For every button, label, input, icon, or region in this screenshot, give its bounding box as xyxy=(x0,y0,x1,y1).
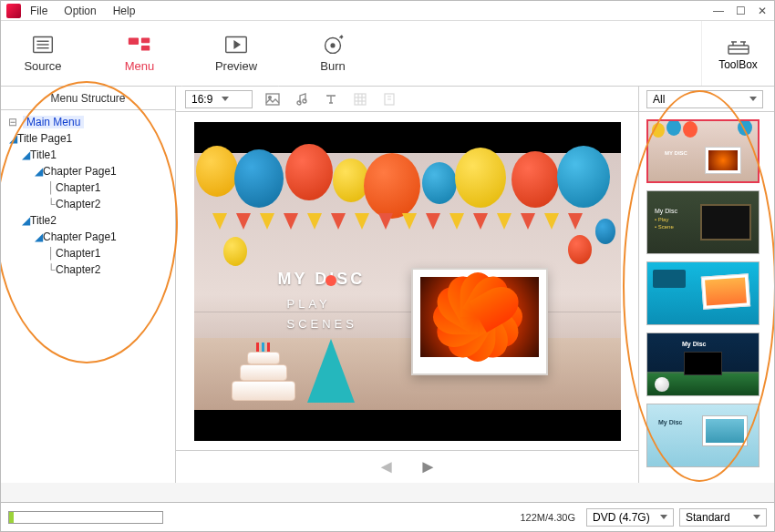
tree-title1[interactable]: Title1 xyxy=(30,148,57,161)
tree-chapter1-b[interactable]: Chapter1 xyxy=(56,247,100,260)
aspect-ratio-value: 16:9 xyxy=(191,93,212,106)
minimize-button[interactable]: — xyxy=(712,5,725,17)
maximize-button[interactable]: ☐ xyxy=(734,5,747,17)
next-page-button[interactable]: ► xyxy=(419,456,438,477)
tree-title2[interactable]: Title2 xyxy=(30,214,57,227)
toolbox-label: ToolBox xyxy=(718,58,758,71)
step-source-label: Source xyxy=(24,59,61,73)
tree-chapter-page1-a[interactable]: Chapter Page1 xyxy=(43,165,117,178)
party-hat-decoration xyxy=(307,339,355,403)
template-thumb-2[interactable]: My Disc• Play• Scene xyxy=(646,190,760,254)
disc-type-value: DVD (4.7G) xyxy=(593,511,650,524)
quality-select[interactable]: Standard xyxy=(679,508,767,527)
disc-usage-bar xyxy=(8,511,163,524)
template-thumb-5[interactable]: My Disc xyxy=(646,404,760,467)
music-icon[interactable] xyxy=(293,90,311,108)
template-thumb-4[interactable]: My Disc xyxy=(646,332,760,396)
svg-marker-8 xyxy=(234,41,240,48)
disc-usage-text: 122M/4.30G xyxy=(520,512,581,523)
tree-chapter-page1-b[interactable]: Chapter Page1 xyxy=(43,230,117,243)
burn-icon xyxy=(319,34,346,56)
toolbox-button[interactable]: ToolBox xyxy=(701,21,774,86)
svg-point-16 xyxy=(303,99,306,103)
close-button[interactable]: ✕ xyxy=(756,5,769,17)
step-burn-label: Burn xyxy=(320,59,345,73)
template-thumb-1[interactable]: MY DISC xyxy=(646,119,760,183)
menu-structure-header: Menu Structure xyxy=(1,87,175,110)
disc-type-select[interactable]: DVD (4.7G) xyxy=(586,508,674,527)
prev-page-button[interactable]: ◄ xyxy=(377,456,396,477)
svg-rect-17 xyxy=(355,94,366,105)
preview-icon xyxy=(222,34,250,56)
step-burn[interactable]: Burn xyxy=(291,21,375,86)
grid-icon[interactable] xyxy=(351,90,369,108)
step-preview-label: Preview xyxy=(215,59,257,73)
cake-decoration xyxy=(231,344,296,401)
svg-rect-4 xyxy=(129,38,139,46)
template-filter-select[interactable]: All xyxy=(646,90,763,108)
svg-rect-13 xyxy=(266,94,279,105)
svg-rect-6 xyxy=(141,46,150,51)
tree-title-page1[interactable]: Title Page1 xyxy=(17,132,72,145)
tree-chapter2-a[interactable]: Chapter2 xyxy=(56,198,100,210)
menu-item-scenes[interactable]: SCENES xyxy=(287,317,357,331)
step-source[interactable]: Source xyxy=(1,21,85,86)
template-filter-value: All xyxy=(653,93,665,106)
tree-chapter2-b[interactable]: Chapter2 xyxy=(56,263,100,276)
quality-value: Standard xyxy=(686,511,730,524)
text-icon[interactable] xyxy=(322,90,340,108)
svg-point-15 xyxy=(297,101,301,105)
tree-chapter1-a[interactable]: Chapter1 xyxy=(56,181,100,194)
step-menu-label: Menu xyxy=(125,59,155,73)
menu-structure-tree[interactable]: ⊟Main Menu ◢Title Page1 ◢Title1 ◢Chapter… xyxy=(1,110,175,281)
template-thumb-3[interactable] xyxy=(646,261,760,325)
tree-main-menu[interactable]: Main Menu xyxy=(23,116,84,128)
toolbox-icon xyxy=(726,36,751,56)
template-icon[interactable] xyxy=(380,90,398,108)
svg-point-10 xyxy=(331,44,335,47)
preview-thumbnail-frame[interactable] xyxy=(411,268,548,375)
menu-item-play[interactable]: PLAY xyxy=(287,297,331,311)
app-icon xyxy=(6,4,21,18)
svg-point-14 xyxy=(269,96,272,98)
aspect-ratio-select[interactable]: 16:9 xyxy=(185,90,253,108)
menu-option[interactable]: Option xyxy=(64,5,96,17)
step-preview[interactable]: Preview xyxy=(194,21,278,86)
image-icon[interactable] xyxy=(264,90,282,108)
svg-rect-5 xyxy=(141,38,150,44)
step-menu[interactable]: Menu xyxy=(98,21,181,86)
disc-title-text[interactable]: MY DISC xyxy=(278,270,366,289)
menu-file[interactable]: File xyxy=(30,5,47,17)
menu-help[interactable]: Help xyxy=(113,5,136,17)
menu-preview[interactable]: MY DISC PLAY SCENES xyxy=(194,122,621,441)
menu-icon xyxy=(126,34,153,56)
source-icon xyxy=(29,34,57,56)
